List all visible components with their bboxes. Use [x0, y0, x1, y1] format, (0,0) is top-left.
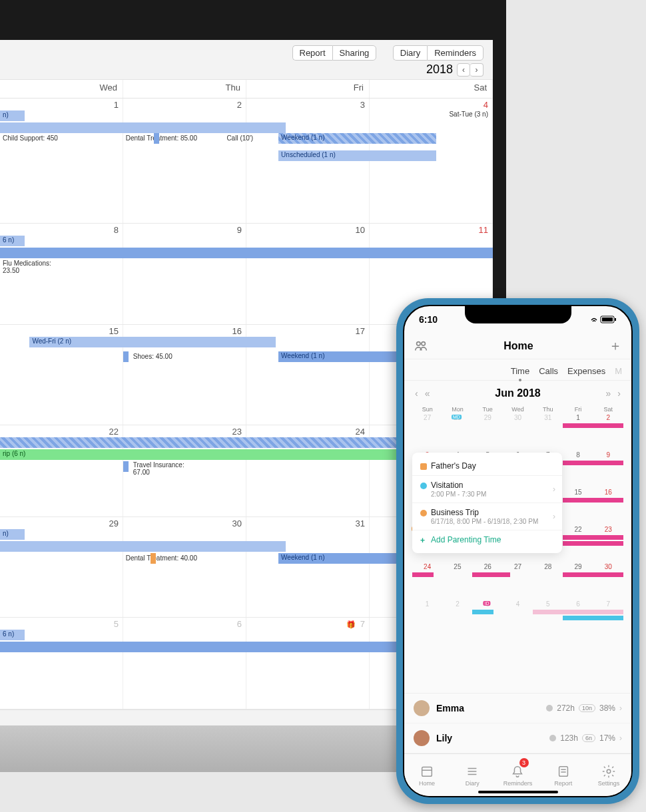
event-dot-icon [420, 510, 427, 516]
month-next-icon[interactable]: › [617, 388, 621, 399]
plus-icon: + [420, 536, 425, 545]
month-title: Jun 2018 [495, 387, 540, 399]
event-bar[interactable] [0, 541, 286, 552]
child-support-note[interactable]: Child Support: 450 [3, 134, 58, 142]
dental-note[interactable]: Dental Treatment: 40.00 [126, 554, 197, 562]
home-indicator[interactable] [478, 791, 558, 793]
event-pink[interactable] [563, 461, 623, 465]
flu-note[interactable]: Flu Medications: 23.50 [3, 260, 56, 274]
tab-diary[interactable]: Diary [450, 754, 495, 796]
status-dot-icon [549, 735, 556, 741]
status-dot-icon [546, 705, 553, 711]
day-cell[interactable]: 31 [246, 517, 370, 617]
day-header-wed: Wed [0, 80, 123, 98]
phone-frame: 6:10 Home ＋ Time Calls Expenses M ‹ « Ju… [396, 298, 639, 804]
insurance-note[interactable]: Travel Insurance: 67.00 [133, 461, 193, 476]
phone-nav-bar: Home ＋ [404, 333, 631, 359]
event-bar[interactable]: n) [0, 110, 25, 121]
tab-more[interactable]: M [615, 366, 622, 376]
day-cell[interactable]: 10 [246, 224, 370, 323]
month-fast-prev-icon[interactable]: « [425, 388, 430, 399]
dental-note[interactable]: Dental Treatment: 85.00 [126, 134, 197, 142]
svg-rect-1 [602, 317, 613, 321]
event-bar[interactable]: n) [0, 529, 25, 540]
popup-fathers-day[interactable]: Father's Day [412, 457, 562, 475]
year-next-button[interactable]: › [470, 63, 484, 77]
tab-home[interactable]: Home [404, 754, 450, 796]
popup-business-trip[interactable]: Business Trip 6/17/18, 8:00 PM - 6/19/18… [412, 503, 562, 530]
chevron-right-icon: › [553, 512, 555, 521]
day-cell[interactable]: 2 [123, 99, 246, 223]
event-dot-icon [420, 483, 427, 489]
year-prev-button[interactable]: ‹ [457, 63, 470, 77]
year-label: 2018 [426, 63, 453, 77]
event-pink[interactable] [563, 572, 623, 577]
phone-week: 24 25 26 27 28 29 30 [412, 562, 623, 599]
event-pink[interactable] [563, 423, 623, 428]
orange-stub[interactable] [151, 553, 156, 564]
day-cell[interactable]: 9 [123, 224, 246, 323]
popup-add-parenting-time[interactable]: + Add Parenting Time [412, 530, 562, 549]
reminders-badge: 3 [519, 758, 529, 767]
event-pink[interactable] [563, 498, 623, 503]
phone-notch [465, 306, 571, 323]
phone-week: 1 2 3ID 4 5 6 7 [412, 599, 623, 636]
tab-expenses[interactable]: Expenses [567, 366, 605, 376]
event-cyan[interactable] [563, 616, 623, 620]
event-bar[interactable] [0, 248, 493, 258]
shoes-note[interactable]: Shoes: 45.00 [133, 353, 172, 360]
phone-week: 27 28MD 29 30 31 1 2 [412, 413, 623, 450]
event-lpink[interactable] [533, 610, 623, 614]
event-pink[interactable] [472, 572, 510, 577]
day-header-thu: Thu [123, 80, 246, 98]
people-icon[interactable] [414, 339, 428, 353]
popup-visitation[interactable]: Visitation 2:00 PM - 7:30 PM › [412, 475, 562, 503]
event-bar[interactable]: 6 n) [0, 236, 25, 246]
person-row[interactable]: Emma 272h 10n 38% › [404, 694, 631, 723]
weekend-bar[interactable]: Weekend (1 n) [278, 133, 436, 144]
tab-report[interactable]: Report [541, 754, 586, 796]
chevron-right-icon: › [619, 704, 622, 713]
people-list: Emma 272h 10n 38% › Lily 123h 6n 17% › [404, 693, 631, 753]
year-navigation: 2018 ‹ › [426, 63, 484, 77]
phone-tabs: Time Calls Expenses M [404, 359, 631, 381]
event-bar[interactable]: Wed-Fri (2 n) [29, 337, 276, 347]
phone-tab-bar: Home Diary 3 Reminders Report Settings [404, 753, 631, 796]
svg-point-13 [607, 769, 611, 773]
tab-calls[interactable]: Calls [539, 366, 558, 376]
phone-nav-title: Home [503, 340, 533, 352]
tab-reminders[interactable]: 3 Reminders [495, 754, 540, 796]
avatar [414, 700, 430, 716]
day-cell[interactable]: 7 🎁 [246, 618, 370, 709]
diary-button[interactable]: Diary [393, 45, 427, 61]
svg-rect-5 [422, 767, 432, 776]
day-header-fri: Fri [246, 80, 370, 98]
event-cyan[interactable] [472, 610, 493, 614]
event-pink[interactable] [563, 535, 623, 540]
svg-point-3 [417, 341, 421, 345]
chevron-right-icon: › [619, 733, 622, 743]
event-bar[interactable]: 6 n) [0, 630, 25, 640]
add-icon[interactable]: ＋ [609, 337, 622, 355]
sat-tue-note: Sat-Tue (3 n) [449, 110, 488, 118]
holiday-icon [420, 463, 427, 470]
gift-icon: 🎁 [346, 620, 356, 629]
svg-rect-2 [615, 318, 616, 321]
tab-settings[interactable]: Settings [586, 754, 631, 796]
day-cell[interactable]: 30 [123, 517, 246, 617]
event-pink[interactable] [412, 572, 434, 577]
person-row[interactable]: Lily 123h 6n 17% › [404, 723, 631, 753]
event-pink[interactable] [563, 541, 623, 546]
reminders-button[interactable]: Reminders [427, 45, 484, 61]
call-note[interactable]: Call (10') [226, 134, 253, 142]
unscheduled-bar[interactable]: Unscheduled (1 n) [278, 150, 436, 161]
tab-time[interactable]: Time [511, 366, 529, 376]
day-cell[interactable]: 6 [123, 618, 246, 709]
month-fast-next-icon[interactable]: » [606, 388, 611, 399]
report-button[interactable]: Report [292, 45, 332, 61]
status-time: 6:10 [419, 314, 438, 325]
phone-screen: 6:10 Home ＋ Time Calls Expenses M ‹ « Ju… [403, 305, 633, 797]
event-bar[interactable] [0, 122, 286, 133]
month-prev-icon[interactable]: ‹ [415, 388, 418, 399]
sharing-button[interactable]: Sharing [332, 45, 377, 61]
